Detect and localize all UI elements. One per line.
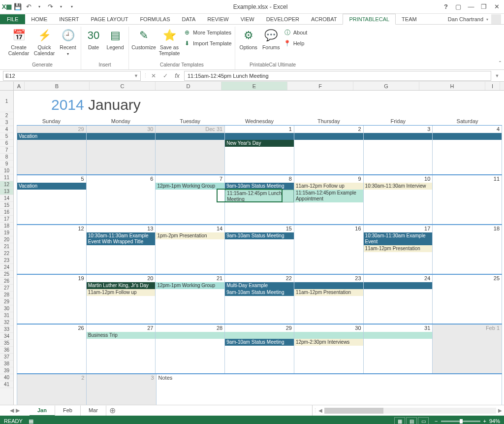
row-33[interactable]: 33	[0, 326, 13, 333]
col-c[interactable]: C	[90, 82, 156, 90]
row-18[interactable]: 18	[0, 223, 13, 229]
tab-team[interactable]: TEAM	[396, 14, 423, 24]
row-22[interactable]: 22	[0, 250, 13, 257]
formula-input[interactable]: 11:15am-12:45pm Lunch Meeting	[184, 71, 491, 81]
row-1[interactable]: 1	[0, 91, 13, 112]
day-cell[interactable]: 20 Martin Luther King, Jr's Day11am-12pm…	[87, 275, 156, 324]
name-box[interactable]: E12▼	[3, 71, 141, 81]
undo-dropdown-icon[interactable]: ▾	[34, 2, 44, 12]
event-newyears[interactable]: New Year's Day	[225, 140, 294, 147]
undo-icon[interactable]: ↶	[24, 2, 33, 12]
col-h[interactable]: H	[419, 82, 485, 90]
tab-acrobat[interactable]: ACROBAT	[305, 14, 343, 24]
col-f[interactable]: F	[287, 82, 353, 90]
day-cell[interactable]: 19	[17, 275, 87, 324]
day-cell[interactable]: 17 10:30am-11:30am Example Event11am-12p…	[364, 225, 433, 274]
namebox-dropdown-icon[interactable]: ▼	[134, 73, 138, 78]
tab-view[interactable]: VIEW	[235, 14, 260, 24]
event-presentation[interactable]: 1pm-2pm Presentation	[156, 232, 224, 239]
row-37[interactable]: 37	[0, 354, 13, 360]
event-vacation[interactable]: Vacation	[17, 133, 87, 140]
day-cell[interactable]: 8 9am-10am Status Meeting11:15am-12:45pm…	[225, 175, 294, 224]
event-interview[interactable]: 10:30am-11:30am Interview	[364, 183, 433, 190]
row-31[interactable]: 31	[0, 312, 13, 319]
day-cell[interactable]: 13 10:30am-11:30am Example Event With Wr…	[87, 225, 156, 274]
tab-formulas[interactable]: FORMULAS	[134, 14, 176, 24]
import-template-link[interactable]: ⬇Import Template	[183, 38, 232, 48]
scroll-track[interactable]	[324, 408, 496, 414]
row-3[interactable]: 3	[0, 119, 13, 126]
create-calendar-button[interactable]: 📅Create Calendar	[7, 27, 31, 57]
row-25[interactable]: 25	[0, 271, 13, 278]
select-all-cell[interactable]	[0, 82, 14, 90]
event-status[interactable]: 9am-10am Status Meeting	[225, 232, 294, 239]
row-16[interactable]: 16	[0, 209, 13, 216]
row-28[interactable]: 28	[0, 292, 13, 298]
ribbon-options-icon[interactable]: ▢	[453, 2, 464, 12]
day-cell[interactable]: 4	[433, 126, 502, 174]
day-cell[interactable]: 2	[17, 374, 87, 405]
zoom-level[interactable]: 94%	[489, 418, 500, 424]
event-working-group[interactable]: 12pm-1pm Working Group	[156, 183, 224, 190]
event-presentation[interactable]: 11am-12pm Presentation	[364, 245, 433, 252]
day-cell[interactable]: 5 Vacation	[17, 175, 87, 224]
event-status[interactable]: 9am-10am Status Meeting	[225, 183, 294, 190]
row-9[interactable]: 9	[0, 161, 13, 167]
event-multiday[interactable]: Multi-Day Example	[225, 282, 294, 289]
day-cell[interactable]: 14 1pm-2pm Presentation	[156, 225, 225, 274]
day-cell[interactable]: 22 Multi-Day Example9am-10am Status Meet…	[225, 275, 294, 324]
row-13[interactable]: 13	[0, 188, 13, 195]
help-link[interactable]: 📍Help	[284, 38, 308, 48]
day-cell[interactable]: 31	[364, 325, 433, 373]
tab-developer[interactable]: DEVELOPER	[260, 14, 305, 24]
quick-calendar-button[interactable]: ⚡Quick Calendar	[32, 27, 56, 57]
zoom-slider[interactable]	[441, 421, 480, 422]
save-icon[interactable]: 💾	[13, 2, 23, 12]
day-cell[interactable]: 1 New Year's Day	[225, 126, 294, 174]
row-6[interactable]: 6	[0, 140, 13, 147]
help-icon[interactable]: ?	[444, 3, 448, 10]
col-g[interactable]: G	[353, 82, 419, 90]
day-cell[interactable]: 16	[294, 225, 364, 274]
zoom-knob[interactable]	[460, 419, 463, 424]
day-cell[interactable]: 3	[364, 126, 433, 174]
row-8[interactable]: 8	[0, 154, 13, 161]
event-example[interactable]: 10:30am-11:30am Example Event	[364, 232, 433, 245]
row-39[interactable]: 39	[0, 367, 13, 374]
day-cell[interactable]: 6	[87, 175, 156, 224]
sheet-nav[interactable]: ◀▶	[0, 405, 30, 416]
day-cell[interactable]: 11	[433, 175, 502, 224]
event-appointment[interactable]: 11:15am-12:45pm Example Appointment	[294, 190, 363, 202]
row-29[interactable]: 29	[0, 298, 13, 305]
more-templates-link[interactable]: ⊕More Templates	[183, 28, 232, 37]
day-cell[interactable]: 24	[364, 275, 433, 324]
date-button[interactable]: 30Date	[84, 27, 103, 50]
row-15[interactable]: 15	[0, 202, 13, 209]
view-pagelayout-icon[interactable]: ▤	[406, 417, 417, 424]
zoom-in-icon[interactable]: +	[483, 418, 486, 424]
event-status[interactable]: 9am-10am Status Meeting	[225, 339, 294, 346]
customize-button[interactable]: ✎Customize	[132, 27, 156, 56]
scroll-thumb[interactable]	[324, 408, 383, 414]
sheet-tab-mar[interactable]: Mar	[81, 405, 106, 416]
day-cell[interactable]: 15 9am-10am Status Meeting	[225, 225, 294, 274]
row-35[interactable]: 35	[0, 340, 13, 347]
day-cell[interactable]: 25	[433, 275, 502, 324]
tab-data[interactable]: DATA	[176, 14, 202, 24]
recent-button[interactable]: 🕘Recent▾	[58, 27, 78, 57]
user-area[interactable]: Dan Chartrand ▾	[448, 14, 504, 24]
zoom-out-icon[interactable]: −	[435, 418, 438, 424]
user-dropdown-icon[interactable]: ▾	[486, 17, 488, 22]
row-36[interactable]: 36	[0, 347, 13, 354]
row-41[interactable]: 41	[0, 381, 13, 388]
tab-printablecal[interactable]: PRINTABLECAL	[343, 14, 396, 25]
options-button[interactable]: ⚙Options	[238, 27, 259, 50]
col-e[interactable]: E	[221, 82, 287, 90]
day-cell[interactable]: 29 Vacation	[17, 126, 87, 174]
row-26[interactable]: 26	[0, 278, 13, 285]
enter-formula-icon[interactable]: ✓	[160, 71, 170, 81]
row-10[interactable]: 10	[0, 167, 13, 174]
row-17[interactable]: 17	[0, 216, 13, 223]
tab-review[interactable]: REVIEW	[201, 14, 234, 24]
day-cell[interactable]: 12	[17, 225, 87, 274]
